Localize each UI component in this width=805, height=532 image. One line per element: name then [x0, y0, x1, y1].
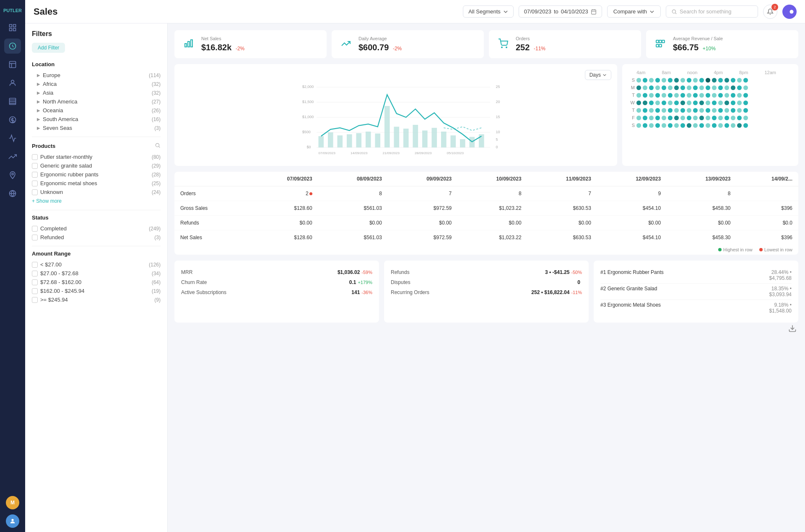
segment-select[interactable]: All Segments	[463, 5, 514, 18]
location-item[interactable]: ▶South America(16)	[32, 115, 161, 124]
table-column-header: 09/09/2023	[388, 172, 457, 186]
amount-item[interactable]: < $27.00(126)	[32, 260, 161, 269]
kpi-value: $16.82k	[201, 43, 231, 52]
heatmap-dot	[655, 93, 660, 98]
sidebar-item-analytics[interactable]	[4, 131, 21, 146]
days-button[interactable]: Days	[585, 70, 611, 80]
notification-button[interactable]: 2	[763, 5, 777, 19]
table-row-label: Refunds	[174, 216, 248, 230]
heatmap-dot	[674, 93, 679, 98]
kpi-icon	[338, 36, 353, 51]
table-cell: $128.60	[248, 201, 318, 216]
svg-point-33	[501, 47, 502, 48]
search-box[interactable]: Search for something	[666, 5, 758, 18]
content-area: Filters Add Filter Location ▶Europe(114)…	[25, 23, 805, 532]
sidebar-item-trends[interactable]	[4, 149, 21, 164]
amount-item[interactable]: $72.68 - $162.00(64)	[32, 278, 161, 287]
heatmap-dot	[731, 108, 735, 113]
user-avatar-m[interactable]: M	[6, 496, 19, 509]
product-item[interactable]: Putler starter-monthly(80)	[32, 152, 161, 161]
product-checkbox[interactable]	[32, 189, 38, 195]
product-item[interactable]: Ergonomic metal shoes(25)	[32, 179, 161, 188]
sidebar-item-revenue[interactable]	[4, 112, 21, 127]
kpi-change: -11%	[534, 46, 545, 52]
sidebar-item-dashboard[interactable]	[4, 20, 21, 35]
kpi-label: Net Sales	[201, 36, 320, 41]
svg-rect-3	[13, 28, 16, 31]
table-cell: 7	[527, 186, 597, 201]
svg-rect-1	[13, 25, 16, 27]
product-search-icon[interactable]	[155, 142, 161, 148]
heatmap-dot	[737, 93, 742, 98]
product-item[interactable]: Generic granite salad(29)	[32, 161, 161, 170]
compare-button[interactable]: Compare with	[607, 5, 661, 18]
location-list: ▶Europe(114)▶Africa(32)▶Asia(32)▶North A…	[32, 71, 161, 132]
amount-list: < $27.00(126)$27.00 - $72.68(34)$72.68 -…	[32, 260, 161, 304]
products-list: Putler starter-monthly(80)Generic granit…	[32, 152, 161, 196]
location-item[interactable]: ▶North America(27)	[32, 97, 161, 106]
heatmap-dot	[674, 108, 679, 113]
status-item[interactable]: Refunded(3)	[32, 233, 161, 242]
svg-rect-71	[460, 139, 465, 147]
amount-checkbox[interactable]	[32, 271, 38, 276]
sidebar-item-reports[interactable]	[4, 57, 21, 72]
heatmap-dot	[668, 123, 673, 128]
amount-checkbox[interactable]	[32, 288, 38, 294]
svg-point-28	[156, 143, 159, 147]
product-checkbox[interactable]	[32, 154, 38, 160]
show-more-button[interactable]: + Show more	[32, 196, 161, 206]
svg-rect-37	[662, 40, 665, 43]
location-item[interactable]: ▶Africa(32)	[32, 80, 161, 88]
location-item[interactable]: ▶Europe(114)	[32, 71, 161, 80]
heatmap-dot	[643, 85, 647, 90]
product-item[interactable]: Unknown(24)	[32, 188, 161, 196]
date-range-picker[interactable]: 07/09/2023 to 04/10/2023	[519, 5, 602, 18]
main-content: Sales All Segments 07/09/2023 to 04/10/2…	[25, 0, 805, 532]
table-cell: $1,023.22	[457, 230, 527, 245]
sidebar-item-sales[interactable]	[4, 39, 21, 54]
amount-item[interactable]: >= $245.94(9)	[32, 295, 161, 304]
add-filter-button[interactable]: Add Filter	[32, 43, 65, 53]
heatmap-dot	[649, 78, 654, 83]
table-row-label: Net Sales	[174, 230, 248, 245]
svg-rect-66	[413, 125, 418, 147]
sidebar-item-locations[interactable]	[4, 168, 21, 183]
location-item[interactable]: ▶Asia(32)	[32, 88, 161, 97]
user-toggle[interactable]	[782, 5, 797, 19]
svg-text:$1,500: $1,500	[302, 100, 314, 104]
sidebar-item-orders[interactable]	[4, 94, 21, 109]
kpi-value: 252	[516, 43, 530, 52]
amount-item[interactable]: $162.00 - $245.94(19)	[32, 287, 161, 295]
heatmap-dot	[712, 78, 717, 83]
heatmap-dot	[687, 101, 691, 105]
user-avatar-2[interactable]	[6, 514, 19, 528]
metric-row: Disputes0	[391, 277, 582, 287]
product-checkbox[interactable]	[32, 172, 38, 178]
amount-checkbox[interactable]	[32, 297, 38, 303]
kpi-label: Daily Average	[358, 36, 477, 41]
sidebar-item-global[interactable]	[4, 186, 21, 201]
dashboard-panel: Net Sales $16.82k -2% Daily Average $600…	[168, 23, 805, 532]
heatmap-dot	[724, 101, 729, 105]
charts-row: Days $2,000 $1,500 $1,000 $500 $0 25 20	[174, 64, 798, 166]
heatmap-dot	[706, 108, 710, 113]
metric-change: +179%	[358, 280, 372, 285]
location-item[interactable]: ▶Oceania(26)	[32, 106, 161, 115]
status-checkbox[interactable]	[32, 226, 38, 232]
status-checkbox[interactable]	[32, 235, 38, 240]
amount-item[interactable]: $27.00 - $72.68(34)	[32, 269, 161, 278]
sidebar-item-customers[interactable]	[4, 75, 21, 90]
status-item[interactable]: Completed(249)	[32, 224, 161, 233]
product-item[interactable]: Ergonomic rubber pants(28)	[32, 170, 161, 179]
amount-checkbox[interactable]	[32, 279, 38, 285]
amount-checkbox[interactable]	[32, 262, 38, 268]
table-cell: $0.00	[318, 216, 388, 230]
product-checkbox[interactable]	[32, 163, 38, 169]
download-icon[interactable]	[788, 324, 797, 333]
product-checkbox[interactable]	[32, 181, 38, 186]
location-item[interactable]: ▶Seven Seas(3)	[32, 124, 161, 132]
heatmap-dot	[699, 93, 704, 98]
heatmap-dot	[712, 101, 717, 105]
heatmap-dot	[712, 108, 717, 113]
heatmap-dot	[680, 93, 685, 98]
